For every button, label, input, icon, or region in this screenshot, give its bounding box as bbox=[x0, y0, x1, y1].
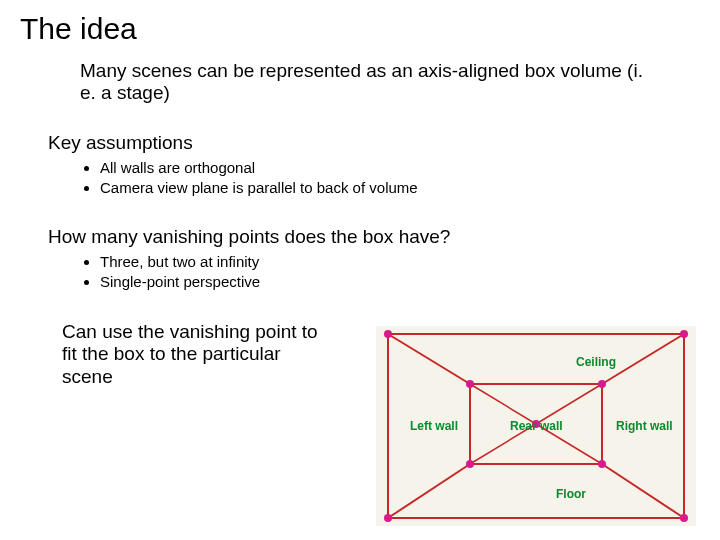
dot-inner-tl bbox=[466, 380, 474, 388]
label-ceiling: Ceiling bbox=[576, 355, 616, 369]
dot-outer-tr bbox=[680, 330, 688, 338]
dot-outer-br bbox=[680, 514, 688, 522]
edge-tl bbox=[388, 334, 470, 384]
box-diagram: Ceiling Left wall Rear wall Right wall F… bbox=[376, 326, 696, 526]
edge-bl bbox=[388, 464, 470, 518]
label-leftwall: Left wall bbox=[410, 419, 458, 433]
vp-line-tl bbox=[470, 384, 536, 424]
answers-list: Three, but two at infinity Single-point … bbox=[100, 252, 700, 293]
dot-outer-bl bbox=[384, 514, 392, 522]
list-item: Camera view plane is parallel to back of… bbox=[100, 178, 700, 198]
dot-inner-bl bbox=[466, 460, 474, 468]
list-item: All walls are orthogonal bbox=[100, 158, 700, 178]
list-item: Single-point perspective bbox=[100, 272, 700, 292]
label-rightwall: Right wall bbox=[616, 419, 673, 433]
diagram-svg: Ceiling Left wall Rear wall Right wall F… bbox=[376, 326, 696, 526]
assumptions-list: All walls are orthogonal Camera view pla… bbox=[100, 158, 700, 199]
vp-line-tr bbox=[536, 384, 602, 424]
label-rearwall: Rear wall bbox=[510, 419, 563, 433]
dot-outer-tl bbox=[384, 330, 392, 338]
dot-inner-tr bbox=[598, 380, 606, 388]
edge-br bbox=[602, 464, 684, 518]
assumptions-heading: Key assumptions bbox=[48, 132, 700, 154]
list-item: Three, but two at infinity bbox=[100, 252, 700, 272]
dot-inner-br bbox=[598, 460, 606, 468]
question-heading: How many vanishing points does the box h… bbox=[48, 226, 700, 248]
label-floor: Floor bbox=[556, 487, 586, 501]
slide-title: The idea bbox=[20, 12, 700, 46]
final-text: Can use the vanishing point to fit the b… bbox=[62, 321, 322, 389]
slide: The idea Many scenes can be represented … bbox=[0, 0, 720, 540]
intro-text: Many scenes can be represented as an axi… bbox=[80, 60, 660, 104]
